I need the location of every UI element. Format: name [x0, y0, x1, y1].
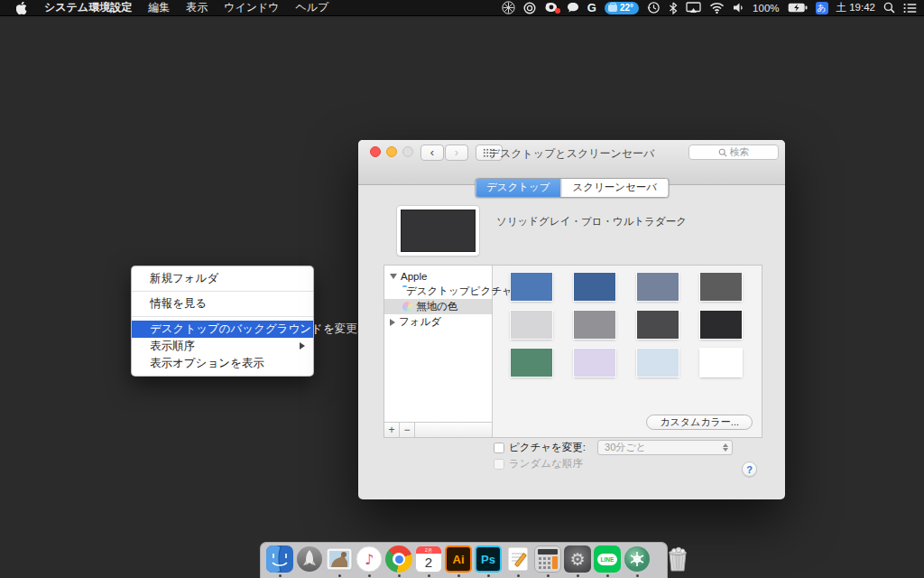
time-machine-icon[interactable]: [647, 1, 661, 14]
menu-separator: [132, 291, 313, 292]
custom-color-button[interactable]: カスタムカラー...: [646, 415, 753, 430]
context-menu-item[interactable]: 表示順序: [132, 338, 313, 355]
sidebar-item[interactable]: 無地の色: [384, 299, 492, 314]
weather-badge[interactable]: 22°: [605, 2, 639, 14]
desktop-preview-frame[interactable]: [397, 206, 479, 256]
logitech-g-icon[interactable]: G: [587, 1, 596, 14]
menu-window[interactable]: ウインドウ: [216, 0, 287, 15]
wifi-icon[interactable]: [709, 2, 725, 14]
disclosure-triangle-icon[interactable]: [390, 274, 397, 279]
help-button[interactable]: ?: [742, 461, 757, 477]
search-field[interactable]: 検索: [688, 144, 779, 160]
airplay-display-icon[interactable]: [686, 2, 701, 14]
change-picture-row: ピクチャを変更: 30分ごと: [494, 440, 733, 455]
dock: ♪2月2AiPs⚙LINE: [260, 542, 668, 578]
volume-icon[interactable]: [733, 2, 744, 14]
tab-bar: デスクトップスクリーンセーバ: [475, 178, 669, 198]
dock-item-chrome[interactable]: [385, 545, 412, 577]
change-picture-checkbox[interactable]: [494, 443, 504, 453]
calculator-icon[interactable]: [534, 545, 561, 573]
dock-item-calendar[interactable]: 2月2: [415, 545, 442, 577]
color-swatch[interactable]: [574, 273, 615, 301]
color-swatch[interactable]: [511, 349, 552, 377]
battery-icon[interactable]: [788, 3, 808, 13]
color-swatch[interactable]: [700, 349, 742, 377]
calendar-icon[interactable]: 2月2: [415, 545, 442, 573]
chrome-icon[interactable]: [385, 545, 412, 573]
context-menu-item[interactable]: 表示オプションを表示: [132, 355, 313, 372]
color-swatch[interactable]: [700, 311, 742, 339]
menu-edit[interactable]: 編集: [140, 0, 178, 15]
menu-bar-clock[interactable]: 土 19:42: [836, 1, 875, 14]
sidebar-item[interactable]: Apple: [384, 268, 492, 284]
dock-item-trash[interactable]: [665, 545, 692, 577]
disclosure-triangle-icon[interactable]: [390, 319, 395, 326]
color-swatch[interactable]: [574, 311, 615, 339]
camera-notification-icon[interactable]: [544, 2, 559, 14]
shutter-icon[interactable]: [502, 1, 515, 14]
tab-desktop[interactable]: デスクトップ: [476, 179, 561, 197]
remove-folder-button[interactable]: −: [400, 423, 415, 437]
dock-item-illustrator[interactable]: Ai: [445, 545, 472, 577]
line-icon[interactable]: LINE: [594, 545, 621, 573]
color-swatch[interactable]: [511, 311, 552, 339]
notification-center-icon[interactable]: [903, 3, 917, 14]
textedit-icon[interactable]: [504, 545, 531, 573]
weather-kit-icon: [608, 5, 617, 12]
dock-item-line[interactable]: LINE: [594, 545, 621, 577]
dock-item-green-app[interactable]: [624, 545, 651, 577]
dock-item-launchpad[interactable]: [296, 545, 323, 577]
source-rows: Appleデスクトップピクチャ無地の色フォルダ: [384, 266, 492, 422]
apple-menu-icon[interactable]: [7, 2, 36, 14]
color-swatch[interactable]: [700, 273, 742, 301]
dock-item-itunes[interactable]: ♪: [356, 545, 383, 577]
running-indicator: [279, 574, 282, 577]
input-source-badge[interactable]: あ: [816, 2, 828, 14]
dock-item-calculator[interactable]: [534, 545, 561, 577]
search-icon: [718, 148, 727, 157]
context-menu-item[interactable]: 情報を見る: [132, 295, 313, 312]
context-menu-item[interactable]: 新規フォルダ: [132, 270, 313, 287]
system-preferences-icon[interactable]: ⚙: [564, 545, 591, 573]
green-app-icon[interactable]: [624, 545, 651, 573]
source-list-footer: + −: [384, 422, 492, 437]
menu-view[interactable]: 表示: [178, 0, 216, 15]
ring-icon[interactable]: [523, 2, 536, 14]
random-order-checkbox: [494, 459, 504, 470]
submenu-arrow-icon: [300, 342, 305, 350]
context-menu-item[interactable]: デスクトップのバックグラウンドを変更...: [132, 321, 313, 338]
sidebar-item[interactable]: フォルダ: [384, 314, 492, 330]
color-swatch[interactable]: [574, 349, 615, 377]
interval-dropdown[interactable]: 30分ごと: [597, 440, 733, 455]
notification-badge: [555, 8, 560, 14]
photoshop-icon[interactable]: Ps: [475, 545, 502, 573]
tab-screensaver[interactable]: スクリーンセーバ: [561, 179, 669, 197]
itunes-icon[interactable]: ♪: [356, 545, 383, 573]
spotlight-search-icon[interactable]: [883, 2, 895, 14]
weather-temperature: 22°: [620, 3, 633, 13]
add-folder-button[interactable]: +: [384, 423, 400, 437]
menu-bar: システム環境設定 編集 表示 ウインドウ ヘルプ G 22°: [0, 0, 924, 16]
preview-icon[interactable]: [326, 545, 353, 573]
menu-help[interactable]: ヘルプ: [288, 0, 337, 15]
swatch-grid: [511, 273, 742, 377]
bluetooth-icon[interactable]: [669, 2, 678, 14]
dock-item-photoshop[interactable]: Ps: [475, 545, 502, 577]
color-swatch[interactable]: [511, 273, 552, 301]
dock-item-textedit[interactable]: [504, 545, 531, 577]
color-swatch[interactable]: [637, 311, 679, 339]
dock-item-preview[interactable]: [326, 545, 353, 577]
trash-icon[interactable]: [665, 545, 692, 573]
dock-item-system-preferences[interactable]: ⚙: [564, 545, 591, 577]
color-swatch[interactable]: [637, 349, 679, 377]
color-swatch[interactable]: [637, 273, 679, 301]
running-indicator: [368, 574, 371, 577]
finder-icon[interactable]: [266, 545, 293, 573]
illustrator-icon[interactable]: Ai: [445, 545, 472, 573]
random-order-label: ランダムな順序: [509, 457, 583, 471]
dock-item-finder[interactable]: [266, 545, 293, 577]
launchpad-icon[interactable]: [296, 545, 323, 573]
menu-app-name[interactable]: システム環境設定: [36, 0, 140, 15]
sidebar-item[interactable]: デスクトップピクチャ: [384, 284, 492, 299]
chat-bubble-icon[interactable]: [567, 2, 579, 14]
